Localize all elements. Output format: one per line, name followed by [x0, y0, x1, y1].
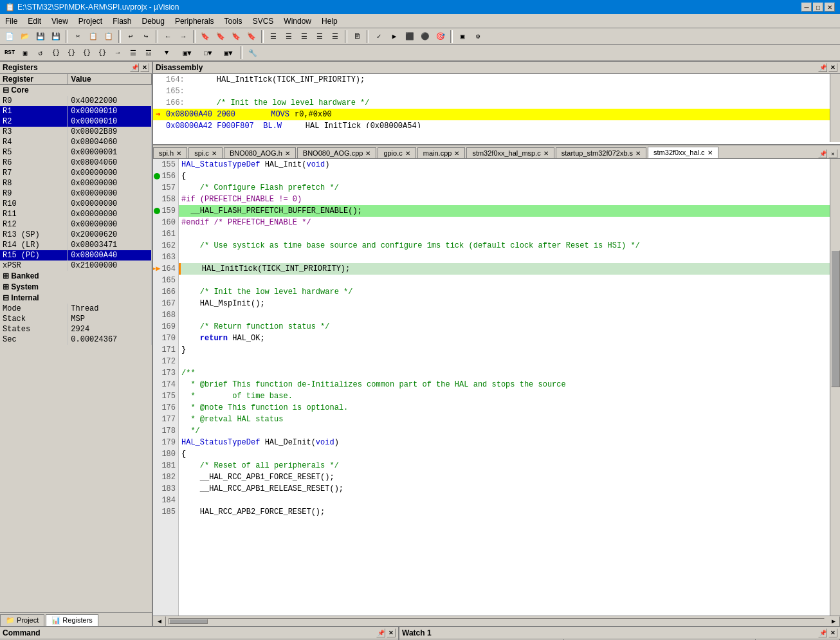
tab-hal-msp[interactable]: stm32f0xx_hal_msp.c✕: [466, 147, 554, 158]
debug-tbd[interactable]: ▣▼: [219, 46, 238, 60]
disassembly-scrollbar[interactable]: [830, 74, 840, 142]
bookmark2-button[interactable]: 🔖: [214, 30, 228, 44]
editor-pin-button[interactable]: 📌: [818, 149, 827, 158]
save-button[interactable]: 💾: [33, 30, 48, 44]
table-row[interactable]: R15 (PC)0x08000A40: [0, 250, 152, 261]
tab-close-hal-c[interactable]: ✕: [708, 149, 713, 156]
menu-debug[interactable]: Debug: [137, 15, 170, 27]
reg-internal-group[interactable]: ⊟ Internal: [0, 293, 152, 304]
table-row[interactable]: R100x00000000: [0, 199, 152, 209]
command-close-button[interactable]: ✕: [387, 628, 396, 637]
run-button[interactable]: ▶: [387, 30, 401, 44]
stop-button[interactable]: ⬛: [403, 30, 417, 44]
tab-close-spi-h[interactable]: ✕: [176, 150, 181, 157]
debug-tb5[interactable]: {}: [80, 46, 94, 60]
debug-tb2[interactable]: ↺: [33, 46, 48, 60]
debug-tbc[interactable]: ☐▼: [198, 46, 217, 60]
reg-banked-group[interactable]: ⊞ Banked: [0, 271, 152, 282]
code-vertical-scrollbar[interactable]: [830, 159, 840, 616]
table-row[interactable]: xPSR0x21000000: [0, 261, 152, 271]
table-row[interactable]: States2924: [0, 324, 152, 334]
table-row[interactable]: R30x08002B89: [0, 127, 152, 137]
menu-file[interactable]: File: [0, 15, 23, 27]
maximize-button[interactable]: □: [813, 3, 823, 12]
forward-button[interactable]: →: [176, 30, 190, 44]
file-icon-button[interactable]: 🖹: [350, 30, 364, 44]
table-row[interactable]: R110x00000000: [0, 209, 152, 219]
cut-button[interactable]: ✂: [71, 30, 85, 44]
redo-button[interactable]: ↪: [139, 30, 153, 44]
editor-close-button[interactable]: ✕: [828, 149, 837, 158]
watch-pin-button[interactable]: 📌: [818, 628, 827, 637]
table-row[interactable]: R00x40022000: [0, 96, 152, 106]
align3-button[interactable]: ☰: [297, 30, 311, 44]
table-row[interactable]: R60x08004060: [0, 158, 152, 168]
title-bar-controls[interactable]: ─ □ ✕: [801, 3, 835, 12]
tab-close-bno-cpp[interactable]: ✕: [365, 150, 370, 157]
table-row[interactable]: R14 (LR)0x08003471: [0, 240, 152, 250]
tab-close-msp[interactable]: ✕: [543, 150, 549, 157]
menu-svcs[interactable]: SVCS: [248, 15, 279, 27]
debug-tba[interactable]: ▼: [157, 46, 176, 60]
registers-pin-button[interactable]: 📌: [130, 63, 139, 72]
undo-button[interactable]: ↩: [123, 30, 138, 44]
align4-button[interactable]: ☰: [313, 30, 327, 44]
code-content[interactable]: HAL_StatusTypeDef HAL_Init(void) { /* Co…: [179, 159, 830, 616]
scroll-thumb[interactable]: [831, 250, 840, 387]
check-button[interactable]: ✓: [372, 30, 386, 44]
h-scroll-left[interactable]: ◀: [153, 616, 166, 626]
debug-tbb[interactable]: ▣▼: [178, 46, 197, 60]
registers-close-button[interactable]: ✕: [140, 63, 149, 72]
debug-tb1[interactable]: ▣: [18, 46, 32, 60]
bookmark4-button[interactable]: 🔖: [244, 30, 259, 44]
debug-tbe[interactable]: 🔧: [246, 46, 260, 60]
reg-core-group[interactable]: ⊟ Core: [0, 85, 152, 96]
table-row[interactable]: R50x00000001: [0, 147, 152, 158]
paste-button[interactable]: 📋: [102, 30, 116, 44]
menu-view[interactable]: View: [46, 15, 73, 27]
command-pin-button[interactable]: 📌: [376, 628, 385, 637]
tab-close-main[interactable]: ✕: [454, 150, 459, 157]
menu-tools[interactable]: Tools: [219, 15, 248, 27]
bookmark1-button[interactable]: 🔖: [198, 30, 212, 44]
table-row[interactable]: R90x00000000: [0, 188, 152, 199]
tab-project[interactable]: 📁 Project: [0, 614, 44, 626]
align2-button[interactable]: ☰: [282, 30, 296, 44]
tab-bno080-aog-cpp[interactable]: BNO080_AOG.cpp✕: [297, 147, 377, 158]
tab-close-bno-h[interactable]: ✕: [285, 150, 290, 157]
tab-close-gpio[interactable]: ✕: [405, 150, 410, 157]
menu-help[interactable]: Help: [316, 15, 343, 27]
target-button[interactable]: 🎯: [434, 30, 448, 44]
tab-hal-c[interactable]: stm32f0xx_hal.c✕: [648, 147, 718, 158]
tab-bno080-aog-h[interactable]: BNO080_AOG.h✕: [224, 147, 296, 158]
debug-tb4[interactable]: {}: [64, 46, 78, 60]
debug-tb3[interactable]: {}: [49, 46, 63, 60]
save-all-button[interactable]: 💾: [49, 30, 63, 44]
table-row[interactable]: R70x00000000: [0, 168, 152, 178]
table-row[interactable]: Sec0.00024367: [0, 334, 152, 345]
table-row[interactable]: R80x00000000: [0, 178, 152, 188]
align1-button[interactable]: ☰: [266, 30, 280, 44]
table-row[interactable]: R20x00000010: [0, 116, 152, 127]
tab-spi-h[interactable]: spi.h✕: [153, 147, 187, 158]
bookmark3-button[interactable]: 🔖: [229, 30, 243, 44]
menu-window[interactable]: Window: [278, 15, 316, 27]
tab-main-cpp[interactable]: main.cpp✕: [417, 147, 466, 158]
tab-spi-c[interactable]: spi.c✕: [188, 147, 223, 158]
window-button[interactable]: ▣: [455, 30, 470, 44]
tab-startup[interactable]: startup_stm32f072xb.s✕: [556, 147, 646, 158]
minimize-button[interactable]: ─: [801, 3, 812, 12]
align5-button[interactable]: ☰: [328, 30, 342, 44]
table-row[interactable]: ModeThread: [0, 304, 152, 314]
table-row[interactable]: R120x00000000: [0, 219, 152, 230]
new-button[interactable]: 📄: [3, 30, 17, 44]
table-row[interactable]: R10x00000010: [0, 106, 152, 116]
settings-button[interactable]: ⚙: [471, 30, 485, 44]
table-row[interactable]: R13 (SP)0x20000620: [0, 230, 152, 240]
copy-button[interactable]: 📋: [86, 30, 100, 44]
tab-gpio-c[interactable]: gpio.c✕: [378, 147, 415, 158]
debug-tb9[interactable]: ☲: [142, 46, 156, 60]
code-horizontal-scrollbar[interactable]: ◀ ▶: [153, 616, 840, 626]
debug-tb8[interactable]: ☰: [126, 46, 140, 60]
table-row[interactable]: StackMSP: [0, 314, 152, 324]
